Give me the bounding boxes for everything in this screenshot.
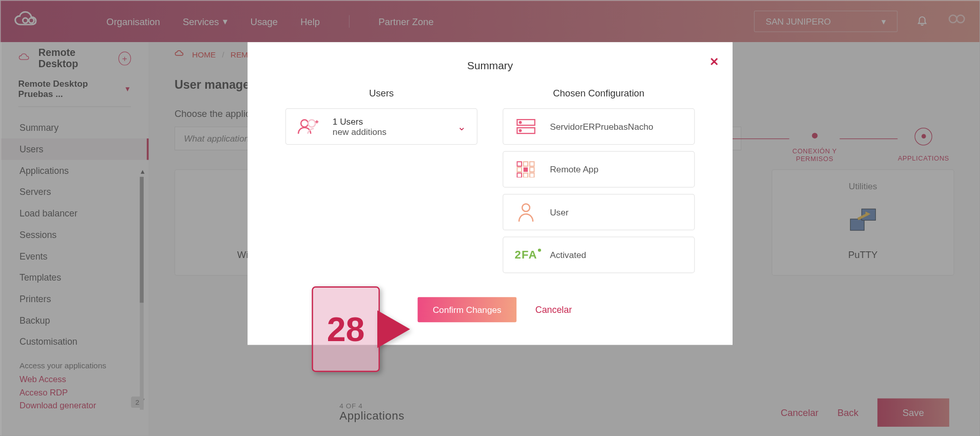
svg-rect-22 [530,173,534,177]
svg-rect-19 [530,167,534,172]
config-server-card: ServidorERPruebasNacho [503,108,695,145]
grid-icon [514,161,537,177]
users-sub: new additions [333,127,445,137]
svg-point-9 [308,120,315,127]
user-icon [514,203,537,222]
config-server-label: ServidorERPruebasNacho [550,122,683,132]
close-icon[interactable]: ✕ [709,55,719,69]
config-remoteapp-label: Remote App [550,164,683,174]
svg-point-8 [301,120,308,127]
modal-cancel-button[interactable]: Cancelar [535,305,572,315]
svg-rect-16 [530,162,534,166]
svg-point-12 [520,122,522,124]
config-2fa-label: Activated [550,250,683,260]
svg-rect-14 [517,162,522,166]
users-count: 1 Users [333,116,445,127]
chevron-down-icon[interactable]: ⌄ [457,121,466,132]
twofa-icon: 2FA [514,248,537,262]
svg-rect-15 [524,162,528,166]
server-icon [514,117,537,135]
confirm-changes-button[interactable]: Confirm Changes [418,297,517,322]
svg-rect-20 [517,173,522,177]
svg-point-23 [522,204,530,212]
users-summary-card[interactable]: 1 Users new additions ⌄ [285,108,477,145]
svg-rect-21 [524,173,528,177]
config-heading: Chosen Configuration [503,88,695,98]
svg-point-13 [520,130,522,132]
config-remoteapp-card: Remote App [503,151,695,187]
svg-rect-18 [524,167,528,172]
users-add-icon [297,116,320,136]
annotation-arrow-icon [377,311,409,347]
annotation-callout: 28 [312,286,409,372]
modal-title: Summary [285,60,695,73]
config-2fa-card: 2FA Activated [503,236,695,273]
svg-rect-17 [517,167,522,172]
users-heading: Users [285,88,477,98]
config-user-card: User [503,194,695,230]
config-user-label: User [550,207,683,217]
annotation-number: 28 [312,286,380,372]
